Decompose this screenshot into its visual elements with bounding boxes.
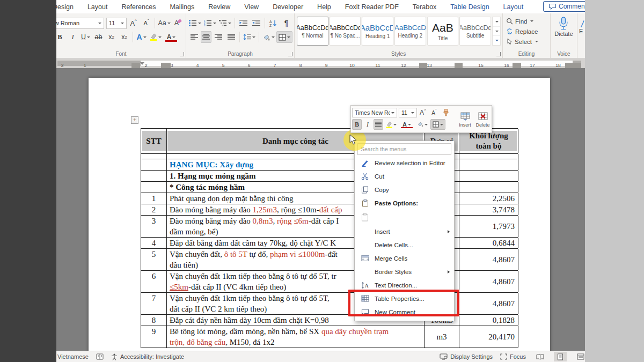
accessibility-status[interactable]: Accessibility: Investigate: [111, 353, 184, 360]
style-heading-2[interactable]: AaBbCcDHeading 2: [394, 17, 426, 46]
menu-item-merge-cells[interactable]: Merge Cells: [355, 252, 454, 265]
numbering-button[interactable]: 123: [203, 17, 217, 29]
menu-item-insert[interactable]: Insert: [355, 225, 454, 238]
sort-button[interactable]: AZ: [267, 17, 280, 29]
align-left-button[interactable]: [188, 31, 200, 43]
decrease-indent-button[interactable]: [237, 17, 250, 29]
table-row[interactable]: 2Đào móng bằng máy đào 1,25m3, rộng ≤10m…: [141, 204, 518, 216]
language-status[interactable]: Vietnamese: [57, 353, 89, 360]
underline-button[interactable]: U: [79, 31, 92, 43]
menu-item-copy[interactable]: Copy: [355, 183, 454, 196]
mini-shading-button[interactable]: [415, 119, 430, 130]
tab-mailings[interactable]: Mailings: [163, 0, 201, 13]
print-layout-button[interactable]: [554, 352, 567, 361]
mini-font-name-select[interactable]: Times New Roman: [352, 108, 397, 117]
multilevel-list-button[interactable]: [218, 17, 232, 29]
tab-developer[interactable]: Developer: [266, 0, 310, 13]
find-button[interactable]: Find: [504, 16, 548, 26]
comment-button[interactable]: Comment: [543, 1, 585, 12]
cell-stt[interactable]: 5: [141, 249, 167, 270]
cell-stt[interactable]: 6: [141, 271, 167, 292]
styles-dialog-launcher[interactable]: [496, 52, 501, 56]
cell-stt[interactable]: 7: [141, 293, 167, 314]
cell-qty[interactable]: 1,7973: [459, 216, 518, 237]
cell-qty[interactable]: 0,6844: [459, 238, 518, 248]
font-dialog-launcher[interactable]: [180, 52, 184, 56]
table-row[interactable]: 6Vận chuyển đất 1km tiếp theo bằng ô tô …: [141, 271, 518, 293]
cell-unit[interactable]: m3: [425, 326, 459, 348]
mini-bold-button[interactable]: B: [352, 119, 362, 130]
bold-button[interactable]: B: [56, 31, 66, 43]
table-row[interactable]: 1Phát quang dọn dẹp mặt bằng thi công2,2…: [141, 193, 518, 204]
table-row[interactable]: 8Đắp cát đáy nền hầm dày 10cm đầm chặt K…: [141, 315, 518, 326]
shrink-font-button[interactable]: Aˇ: [140, 17, 152, 29]
style-title[interactable]: AaBTitle: [427, 17, 459, 46]
mini-grow-font-button[interactable]: A^: [418, 107, 428, 118]
menu-item-review-selection-in-editor[interactable]: Review selection in Editor: [355, 156, 454, 169]
table-row[interactable]: 4Đắp đất bằng đầm đất cầm tay 70kg, độ c…: [141, 238, 518, 249]
align-center-button[interactable]: [201, 31, 211, 43]
menu-item-border-styles[interactable]: Border Styles: [355, 265, 454, 278]
cell-qty[interactable]: 4,8607: [459, 249, 518, 270]
cell-qty[interactable]: 4,8607: [459, 293, 518, 314]
header-stt[interactable]: STT: [141, 129, 167, 153]
menu-item-paste-option[interactable]: [355, 210, 454, 225]
mini-borders-button[interactable]: [430, 119, 445, 130]
increase-indent-button[interactable]: [250, 17, 262, 29]
indent-marker[interactable]: [140, 62, 144, 65]
font-size-select[interactable]: 11: [106, 18, 127, 29]
tab-layout[interactable]: Layout: [80, 0, 115, 13]
dictate-button[interactable]: Dictate: [554, 17, 573, 37]
text-effects-button[interactable]: A: [135, 31, 148, 43]
superscript-button[interactable]: x2: [118, 31, 130, 43]
cell-task[interactable]: Bê tông lót móng, dầm móng, nền hầm, bể …: [167, 326, 425, 348]
justify-button[interactable]: [225, 31, 237, 43]
change-case-button[interactable]: Aa: [157, 17, 171, 29]
style-subtitle[interactable]: AaBbCcDdSubtitle: [459, 17, 491, 46]
horizontal-ruler[interactable]: 21234567891011121315161718: [56, 58, 585, 68]
show-formatting-button[interactable]: ¶: [280, 17, 292, 29]
tab-table-design[interactable]: Table Design: [443, 0, 496, 13]
document-table[interactable]: STTDanh mục công tácĐơn vịKhối lượngtoàn…: [141, 128, 518, 348]
cell-stt[interactable]: 3: [141, 216, 167, 237]
focus-button[interactable]: Focus: [500, 353, 526, 360]
style-normal[interactable]: AaBbCcDd¶ Normal: [297, 17, 328, 46]
mini-italic-button[interactable]: I: [362, 119, 373, 130]
table-section-row[interactable]: HẠNG MỤC: Xây dựng: [141, 159, 518, 171]
tab-design[interactable]: Design: [56, 0, 80, 13]
mini-delete-button[interactable]: Delete: [474, 106, 492, 132]
tab-view[interactable]: View: [237, 0, 266, 13]
tab-references[interactable]: References: [114, 0, 163, 13]
cell-stt[interactable]: 2: [141, 204, 167, 215]
paragraph-dialog-launcher[interactable]: [288, 52, 292, 56]
menu-item-cut[interactable]: Cut: [355, 169, 454, 183]
select-button[interactable]: Select: [504, 36, 548, 47]
document-area[interactable]: + STTDanh mục công tácĐơn vịKhối lượngto…: [56, 68, 585, 351]
cell-qty[interactable]: 2,2506: [459, 193, 518, 204]
cell-stt[interactable]: 9: [141, 326, 167, 348]
cell-qty[interactable]: 3,7478: [459, 204, 518, 215]
menu-search-input[interactable]: Search the menus: [357, 143, 451, 155]
menu-item-delete-cells[interactable]: Delete Cells...: [355, 238, 454, 252]
read-mode-button[interactable]: [533, 352, 546, 361]
table-row[interactable]: 7Vận chuyển đất 1km tiếp theo bằng ô tô …: [141, 293, 518, 315]
cell-stt[interactable]: 1: [141, 193, 167, 204]
cell-qty[interactable]: 4,8607: [459, 271, 518, 292]
style-no-spac[interactable]: AaBbCcDd¶ No Spac...: [330, 17, 361, 46]
format-painter-button[interactable]: [440, 107, 451, 118]
tab-help[interactable]: Help: [310, 0, 338, 13]
proofing-status[interactable]: [96, 353, 104, 360]
align-right-button[interactable]: [212, 31, 224, 43]
table-section-row[interactable]: * Công tác móng hầm: [141, 182, 518, 193]
table-section-row[interactable]: 1. Hạng mục móng ngầm: [141, 171, 518, 182]
strikethrough-button[interactable]: ab: [92, 31, 105, 43]
clear-formatting-button[interactable]: A: [172, 17, 184, 29]
shading-button[interactable]: [261, 31, 276, 43]
table-row[interactable]: 5Vận chuyển đất, ô tô 5T tự đổ, phạm vi …: [141, 249, 518, 271]
menu-item-paste-options[interactable]: Paste Options:: [355, 196, 454, 210]
tab-foxit-reader-pdf[interactable]: Foxit Reader PDF: [338, 0, 406, 13]
cell-qty[interactable]: 0,1828: [459, 315, 518, 326]
style-heading-1[interactable]: AaBbCcDHeading 1: [362, 17, 393, 46]
cell-qty[interactable]: 20,4170: [459, 326, 518, 348]
mini-font-color-button[interactable]: A: [399, 119, 414, 130]
